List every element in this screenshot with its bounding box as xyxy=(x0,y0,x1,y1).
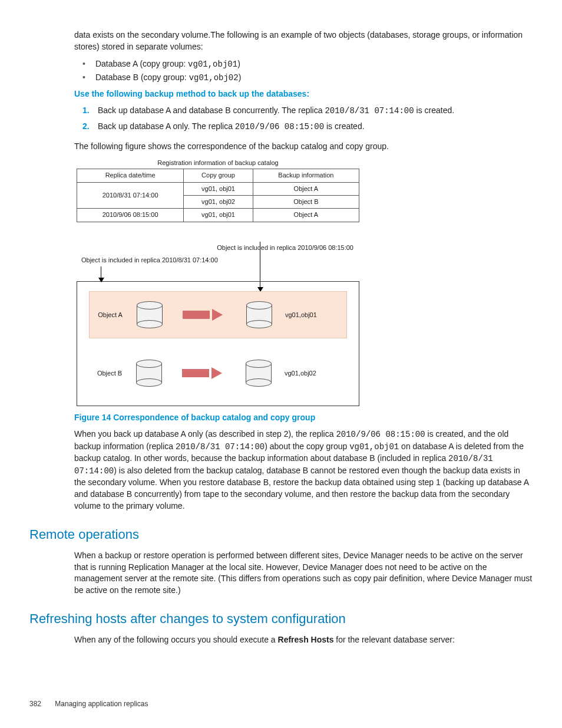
db-a-code: vg01,obj01 xyxy=(188,60,237,69)
label-object-b: Object B xyxy=(89,369,130,378)
note-left: Object is included in replica 2010/8/31 … xyxy=(81,256,359,265)
label-cg1: vg01,obj01 xyxy=(285,311,317,319)
label-object-a: Object A xyxy=(90,311,131,319)
arrow-bar-icon xyxy=(182,369,209,377)
step-2-code: 2010/9/06 08:15:00 xyxy=(235,122,324,131)
col-backup-info: Backup information xyxy=(253,169,359,182)
cell-r1c2: vg01, obj01 xyxy=(184,182,253,195)
page-number: 382 xyxy=(29,699,53,709)
cell-r2c3: Object B xyxy=(253,195,359,208)
refresh-text-b: for the relevant database server: xyxy=(333,635,454,644)
db-a-item: Database A (copy group: vg01,obj01) xyxy=(82,58,533,71)
step-1-number: 1. xyxy=(82,105,95,117)
cell-r1c1: 2010/8/31 07:14:00 xyxy=(77,182,184,209)
refresh-text-a: When any of the following occurs you sho… xyxy=(74,635,278,644)
heading-remote-operations: Remote operations xyxy=(29,526,533,544)
refresh-hosts-body: When any of the following occurs you sho… xyxy=(74,634,533,646)
intro-paragraph: data exists on the secondary volume.The … xyxy=(74,29,533,52)
cell-r2c2: vg01, obj02 xyxy=(184,195,253,208)
database-list: Database A (copy group: vg01,obj01) Data… xyxy=(82,58,533,84)
row-object-a: Object A vg01,obj01 xyxy=(89,291,347,338)
step-2-text-a: Back up database A only. The replica xyxy=(98,121,235,131)
cell-r3c2: vg01, obj01 xyxy=(184,209,253,222)
after-steps-paragraph: The following figure shows the correspon… xyxy=(74,141,533,153)
step-2-number: 2. xyxy=(82,121,95,133)
db-b-pre: Database B (copy group: xyxy=(95,73,189,82)
p2-c3: vg01,obj01 xyxy=(349,442,399,452)
db-a-post: ) xyxy=(237,59,240,68)
arrow-bar-icon xyxy=(183,311,210,319)
step-2-text-b: is created. xyxy=(324,121,364,131)
p2-c1: 2010/9/06 08:15:00 xyxy=(336,430,425,439)
heading-refreshing-hosts: Refreshing hosts after changes to system… xyxy=(29,610,533,628)
step-1-text-a: Back up database A and database B concur… xyxy=(98,106,325,115)
db-b-code: vg01,obj02 xyxy=(189,73,239,83)
db-b-post: ) xyxy=(239,73,242,82)
arrow-down-right-icon xyxy=(260,242,260,291)
row-object-b: Object B vg01,obj02 xyxy=(89,350,347,396)
page-footer: 382 Managing application replicas xyxy=(29,699,533,709)
db-b-item: Database B (copy group: vg01,obj02) xyxy=(82,72,533,84)
col-copy-group: Copy group xyxy=(184,169,253,182)
cylinder-icon xyxy=(137,301,161,328)
arrow-right-icon xyxy=(212,309,223,321)
cell-r3c1: 2010/9/06 08:15:00 xyxy=(77,209,184,222)
step-2: 2. Back up database A only. The replica … xyxy=(82,121,533,133)
explanation-paragraph: When you back up database A only (as des… xyxy=(74,429,533,512)
label-cg2: vg01,obj02 xyxy=(285,369,316,378)
diagram-box: Object A vg01,obj01 Object B vg01,obj02 xyxy=(77,281,359,406)
refresh-bold: Refresh Hosts xyxy=(278,635,334,644)
cylinder-icon xyxy=(246,301,271,328)
figure-14: Registration information of backup catal… xyxy=(77,159,359,407)
db-a-pre: Database A (copy group: xyxy=(95,59,188,68)
remote-operations-body: When a backup or restore operation is pe… xyxy=(74,550,533,596)
arrow-right-icon xyxy=(211,367,222,379)
backup-steps: 1. Back up database A and database B con… xyxy=(82,105,533,133)
col-replica-date: Replica date/time xyxy=(77,169,184,182)
cell-r3c3: Object A xyxy=(253,209,359,222)
registration-title: Registration information of backup catal… xyxy=(77,159,359,167)
footer-title: Managing application replicas xyxy=(55,700,148,708)
p2-t5: ) is also deleted from the backup catalo… xyxy=(74,466,528,510)
method-heading: Use the following backup method to back … xyxy=(74,88,533,100)
p2-t1: When you back up database A only (as des… xyxy=(74,429,336,439)
step-1-text-b: is created. xyxy=(414,106,454,115)
arrow-down-left-icon xyxy=(101,266,101,282)
p2-c2: 2010/8/31 07:14:00 xyxy=(176,442,265,452)
note-right: Object is included in replica 2010/9/06 … xyxy=(77,243,353,252)
figure-caption: Figure 14 Correspondence of backup catal… xyxy=(74,412,533,424)
registration-table: Replica date/time Copy group Backup info… xyxy=(77,169,359,222)
cylinder-icon xyxy=(246,360,270,387)
cylinder-icon xyxy=(136,360,161,387)
step-1-code: 2010/8/31 07:14:00 xyxy=(325,106,414,116)
step-1: 1. Back up database A and database B con… xyxy=(82,105,533,117)
p2-t3: ) about the copy group xyxy=(265,442,349,451)
cell-r1c3: Object A xyxy=(253,182,359,195)
